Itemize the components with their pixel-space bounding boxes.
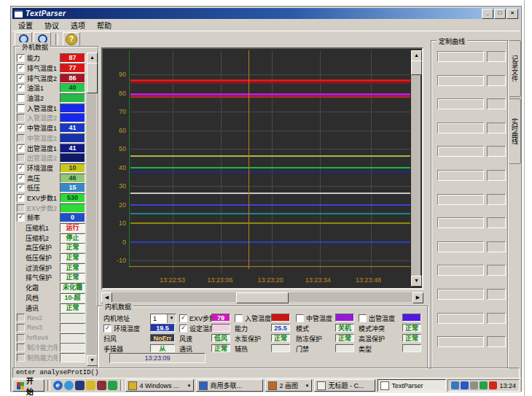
custom-curve-field[interactable] bbox=[437, 123, 484, 133]
menu-item-2[interactable]: 选项 bbox=[65, 20, 91, 31]
scroll-down-icon[interactable]: ▼ bbox=[411, 276, 422, 287]
trend-chart[interactable]: 9080706050403020100-10 13:22:5313:23:061… bbox=[101, 47, 423, 290]
task-button-1[interactable]: 商用多联... bbox=[196, 379, 263, 392]
update-icon[interactable] bbox=[108, 381, 117, 390]
custom-curve-field-small[interactable] bbox=[487, 217, 506, 228]
value-badge: 停止 bbox=[60, 233, 85, 243]
checkbox[interactable] bbox=[296, 314, 304, 322]
custom-curve-field-small[interactable] bbox=[487, 123, 506, 133]
scroll-down-icon[interactable]: ▼ bbox=[87, 355, 98, 366]
custom-curve-field-small[interactable] bbox=[487, 75, 506, 86]
custom-curve-field[interactable] bbox=[437, 289, 484, 300]
checkbox[interactable]: ✓ bbox=[17, 194, 25, 202]
browser-icon[interactable] bbox=[64, 381, 74, 390]
checkbox[interactable] bbox=[235, 314, 243, 322]
indoor-label-辅热: 辅热 bbox=[235, 344, 248, 354]
custom-curve-field-small[interactable] bbox=[487, 194, 506, 205]
maximize-button[interactable]: □ bbox=[494, 9, 506, 19]
lock-icon[interactable] bbox=[97, 381, 106, 390]
task-button-2[interactable]: 2 画图▼ bbox=[265, 379, 312, 392]
custom-curve-field[interactable] bbox=[437, 313, 484, 324]
chevron-down-icon[interactable]: ▼ bbox=[167, 314, 176, 323]
task-button-4[interactable]: TextParser bbox=[378, 379, 446, 392]
tab-realtime-curve[interactable]: 实时曲线 bbox=[509, 98, 521, 164]
custom-curve-field-small[interactable] bbox=[487, 289, 506, 300]
chevron-down-icon[interactable]: ▼ bbox=[187, 384, 192, 388]
custom-curve-field[interactable] bbox=[437, 51, 484, 62]
checkbox[interactable]: ✓ bbox=[17, 74, 25, 82]
scrollbar-thumb[interactable] bbox=[87, 63, 98, 93]
checkbox[interactable]: ✓ bbox=[179, 325, 187, 333]
tray-monitor-icon[interactable] bbox=[480, 381, 488, 389]
close-button[interactable]: × bbox=[506, 9, 518, 19]
custom-curve-field[interactable] bbox=[437, 170, 484, 181]
menu-item-1[interactable]: 协议 bbox=[39, 20, 65, 31]
value-badge: 正常 bbox=[60, 243, 85, 252]
custom-curve-field[interactable] bbox=[437, 265, 484, 276]
tray-volume-icon[interactable] bbox=[470, 381, 478, 389]
ie-icon[interactable]: e bbox=[53, 381, 63, 390]
scrollbar-thumb[interactable] bbox=[411, 61, 422, 75]
folder-icon[interactable] bbox=[86, 381, 95, 390]
custom-curve-field[interactable] bbox=[437, 194, 484, 205]
task-button-label: 4 Windows ... bbox=[139, 382, 184, 389]
checkbox[interactable]: ✓ bbox=[17, 174, 25, 182]
indoor-label-text: 水泵保护 bbox=[235, 334, 261, 343]
chevron-down-icon[interactable]: ▼ bbox=[305, 384, 310, 388]
checkbox[interactable]: ✓ bbox=[17, 164, 25, 172]
task-button-0[interactable]: 4 Windows ...▼ bbox=[125, 379, 194, 392]
checkbox[interactable]: ✓ bbox=[17, 184, 25, 192]
menu-item-0[interactable]: 设置 bbox=[12, 20, 39, 31]
y-tick-label: 90 bbox=[104, 71, 126, 78]
custom-curve-field[interactable] bbox=[437, 336, 484, 347]
tab-record-file[interactable]: 记录文件 bbox=[509, 40, 521, 97]
checkbox[interactable]: ✓ bbox=[17, 64, 25, 72]
custom-curve-field-small[interactable] bbox=[487, 146, 506, 157]
minimize-button[interactable]: _ bbox=[482, 9, 493, 19]
scrollbar-thumb[interactable] bbox=[236, 292, 289, 303]
checkbox[interactable]: ✓ bbox=[17, 84, 25, 92]
custom-curve-field[interactable] bbox=[437, 75, 484, 86]
custom-curve-field[interactable] bbox=[437, 146, 484, 157]
checkbox[interactable]: ✓ bbox=[17, 144, 25, 152]
custom-curve-field-small[interactable] bbox=[487, 313, 506, 324]
tray-messenger-icon[interactable] bbox=[461, 381, 469, 389]
sidebar-item-label: 中管温度1 bbox=[27, 123, 58, 133]
scroll-up-icon[interactable]: ▲ bbox=[87, 53, 98, 63]
checkbox[interactable] bbox=[17, 94, 25, 102]
checkbox[interactable]: ✓ bbox=[17, 124, 25, 132]
y-tick-label: 40 bbox=[104, 164, 126, 171]
checkbox[interactable]: ✓ bbox=[103, 325, 112, 333]
custom-curve-field-small[interactable] bbox=[487, 170, 506, 181]
tray-download-icon[interactable] bbox=[489, 381, 497, 389]
custom-curve-field-small[interactable] bbox=[487, 98, 506, 109]
checkbox[interactable] bbox=[359, 314, 367, 322]
scroll-up-icon[interactable]: ▲ bbox=[411, 50, 422, 61]
time-cursor-line[interactable] bbox=[249, 50, 249, 269]
help-button[interactable]: ? bbox=[63, 32, 80, 47]
menu-item-3[interactable]: 帮助 bbox=[91, 20, 117, 31]
checkbox[interactable]: ✓ bbox=[17, 214, 25, 222]
title-bar[interactable]: TextParser _ □ × bbox=[12, 8, 520, 19]
chart-horizontal-scrollbar[interactable]: ◀ ▶ bbox=[101, 292, 423, 302]
custom-curve-field-small[interactable] bbox=[487, 265, 506, 276]
checkbox[interactable] bbox=[17, 104, 25, 112]
tray-hand-icon[interactable] bbox=[451, 381, 459, 389]
menu-bar: 设置协议选项帮助 bbox=[12, 20, 520, 30]
mail-icon[interactable] bbox=[75, 381, 85, 390]
value-badge: 40 bbox=[60, 83, 85, 93]
custom-curve-field-small[interactable] bbox=[487, 336, 506, 347]
sidebar-scrollbar[interactable]: ▲ ▼ bbox=[87, 53, 96, 366]
custom-curve-field[interactable] bbox=[437, 98, 484, 109]
task-button-3[interactable]: 无标题 - C... bbox=[314, 379, 375, 392]
checkbox[interactable]: ✓ bbox=[17, 54, 25, 62]
custom-curve-field[interactable] bbox=[437, 241, 484, 252]
custom-curve-field-small[interactable] bbox=[487, 241, 506, 252]
checkbox[interactable]: ✓ bbox=[179, 314, 187, 322]
chart-vertical-scrollbar[interactable]: ▲ ▼ bbox=[411, 50, 420, 287]
scroll-right-icon[interactable]: ▶ bbox=[412, 292, 423, 303]
custom-curve-field[interactable] bbox=[437, 217, 484, 228]
indoor-address-dropdown[interactable]: 1▼ bbox=[150, 314, 176, 324]
start-button[interactable]: 开始 bbox=[12, 379, 44, 392]
custom-curve-field-small[interactable] bbox=[487, 51, 506, 62]
